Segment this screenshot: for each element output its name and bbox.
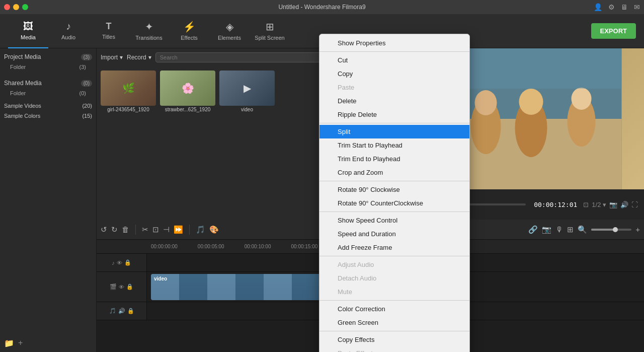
tab-transitions[interactable]: ✦ Transitions [129, 14, 169, 48]
record-button[interactable]: Record ▾ [127, 54, 151, 61]
cm-item-cut[interactable]: Cut [319, 53, 469, 67]
camera-button[interactable]: 📷 [542, 225, 551, 234]
cm-label-rotate-ccw: Rotate 90° CounterClockwise [338, 199, 423, 207]
maximize-button[interactable] [22, 4, 28, 10]
tab-split-screen-label: Split Screen [255, 35, 284, 41]
screen-icon[interactable]: 🖥 [621, 3, 628, 11]
volume-icon[interactable]: 🔊 [118, 308, 125, 314]
sample-colors-item[interactable]: Sample Colors (15) [0, 111, 96, 121]
cm-item-ripple-delete[interactable]: Ripple Delete [319, 108, 469, 121]
color-button[interactable]: 🎨 [209, 225, 219, 234]
import-button[interactable]: Import ▾ [101, 54, 123, 61]
media-label-2: video [241, 107, 253, 112]
cm-label-delete: Delete [338, 97, 357, 105]
import-chevron-icon: ▾ [120, 54, 123, 61]
tab-audio[interactable]: ♪ Audio [48, 14, 89, 48]
effects-icon: ⚡ [183, 21, 196, 33]
link-button[interactable]: 🔗 [528, 225, 538, 234]
sample-videos-item[interactable]: Sample Videos (20) [0, 101, 96, 111]
cm-item-copy[interactable]: Copy [319, 67, 469, 81]
crop-button[interactable]: ⊡ [152, 225, 159, 234]
tab-elements-label: Elements [218, 35, 241, 41]
zoom-slider[interactable] [591, 229, 631, 231]
project-media-header[interactable]: Project Media (3) [4, 51, 92, 62]
cm-item-adjust-audio: Adjust Audio [319, 258, 469, 271]
cm-label-speed-duration: Speed and Duration [338, 230, 396, 238]
shared-folder-count: (0) [79, 90, 86, 96]
lock-icon-audio[interactable]: 🔒 [124, 259, 131, 266]
play-overlay-icon: ▶ [244, 82, 251, 94]
media-item-1[interactable]: 🌸 strawber...625_1920 [160, 71, 215, 112]
undo-button[interactable]: ↺ [101, 225, 107, 234]
close-button[interactable] [4, 4, 10, 10]
shared-media-section: Shared Media (0) Folder (0) [0, 75, 96, 101]
cut-button[interactable]: ✂ [142, 225, 148, 234]
preview-fit-icon[interactable]: ⊡ [583, 201, 589, 208]
cm-item-rotate-ccw[interactable]: Rotate 90° CounterClockwise [319, 196, 469, 210]
tab-titles[interactable]: T Titles [89, 14, 129, 48]
tab-elements[interactable]: ◈ Elements [209, 14, 250, 48]
new-folder-icon[interactable]: 📁 [4, 338, 14, 348]
window-controls[interactable] [4, 4, 28, 10]
preview-volume-icon[interactable]: 🔊 [620, 201, 628, 208]
cm-item-split[interactable]: Split [319, 125, 469, 138]
cm-item-freeze-frame[interactable]: Add Freeze Frame [319, 241, 469, 254]
lock-icon-video[interactable]: 🔒 [126, 284, 133, 290]
minimize-button[interactable] [13, 4, 19, 10]
track-sound-header: 🎵 🔊 🔒 [97, 302, 147, 320]
tab-split-screen[interactable]: ⊞ Split Screen [250, 14, 290, 48]
shared-folder-item[interactable]: Folder (0) [4, 89, 92, 98]
cm-item-color-correction[interactable]: Color Correction [319, 302, 469, 316]
cm-item-show-speed[interactable]: Show Speed Control [319, 214, 469, 227]
separator-2 [189, 225, 190, 235]
titlebar-icons: 👤 ⚙ 🖥 ✉ [594, 3, 640, 11]
lock-icon-sound[interactable]: 🔒 [127, 308, 134, 314]
delete-button[interactable]: 🗑 [122, 225, 129, 234]
cm-separator-26 [319, 331, 469, 331]
eye-icon-audio[interactable]: 👁 [117, 260, 122, 266]
cm-item-crop-zoom[interactable]: Crop and Zoom [319, 166, 469, 179]
preview-camera-icon[interactable]: 📷 [609, 201, 617, 208]
folder-item[interactable]: Folder (3) [4, 62, 92, 72]
speed-button[interactable]: ⏩ [174, 225, 183, 234]
media-item-0[interactable]: 🌿 girl-2436545_1920 [101, 71, 156, 112]
thumbnail-girl[interactable]: 🌿 [101, 71, 156, 106]
project-media-section: Project Media (3) Folder (3) [0, 48, 96, 75]
mic-button[interactable]: 🎙 [555, 225, 563, 234]
thumbnail-strawberry[interactable]: 🌸 [160, 71, 215, 106]
cm-item-show-properties[interactable]: Show Properties [319, 36, 469, 50]
cm-item-speed-duration[interactable]: Speed and Duration [319, 227, 469, 241]
audio-button[interactable]: 🎵 [196, 225, 205, 234]
cm-item-trim-start[interactable]: Trim Start to Playhead [319, 138, 469, 152]
tab-media[interactable]: 🖼 Media [8, 14, 48, 48]
zoom-handle[interactable] [613, 227, 618, 232]
cm-item-copy-effects[interactable]: Copy Effects [319, 333, 469, 346]
eye-icon-video[interactable]: 👁 [119, 284, 124, 290]
split-button[interactable]: ⊣ [163, 225, 170, 234]
message-icon[interactable]: ✉ [634, 3, 640, 11]
tab-effects[interactable]: ⚡ Effects [169, 14, 209, 48]
preview-zoom-select[interactable]: 1/2 ▾ [592, 201, 606, 208]
shared-media-header[interactable]: Shared Media (0) [4, 78, 92, 89]
sample-colors-count: (15) [82, 113, 92, 119]
add-icon[interactable]: + [18, 338, 23, 348]
cm-label-green-screen: Green Screen [338, 319, 378, 326]
cm-item-trim-end[interactable]: Trim End to Playhead [319, 152, 469, 166]
cm-label-freeze-frame: Add Freeze Frame [338, 244, 392, 251]
preview-fullscreen-icon[interactable]: ⛶ [631, 201, 638, 208]
cm-item-delete[interactable]: Delete [319, 94, 469, 108]
export-button[interactable]: EXPORT [591, 23, 636, 39]
zoom-out-icon[interactable]: 🔍 [578, 225, 587, 234]
cm-item-rotate-cw[interactable]: Rotate 90° Clockwise [319, 183, 469, 196]
account-icon[interactable]: 👤 [594, 3, 602, 11]
timeline-tool-icon[interactable]: ⊞ [567, 225, 574, 234]
zoom-in-icon[interactable]: + [635, 225, 640, 234]
redo-button[interactable]: ↻ [111, 225, 118, 234]
tab-audio-label: Audio [61, 34, 75, 40]
titlebar: Untitled - Wondershare Filmora9 👤 ⚙ 🖥 ✉ [0, 0, 644, 14]
settings-icon[interactable]: ⚙ [608, 3, 615, 11]
thumbnail-video[interactable]: ▶ [219, 71, 275, 106]
media-item-2[interactable]: ▶ video [219, 71, 275, 112]
cm-item-green-screen[interactable]: Green Screen [319, 316, 469, 329]
sample-videos-count: (20) [82, 103, 92, 109]
